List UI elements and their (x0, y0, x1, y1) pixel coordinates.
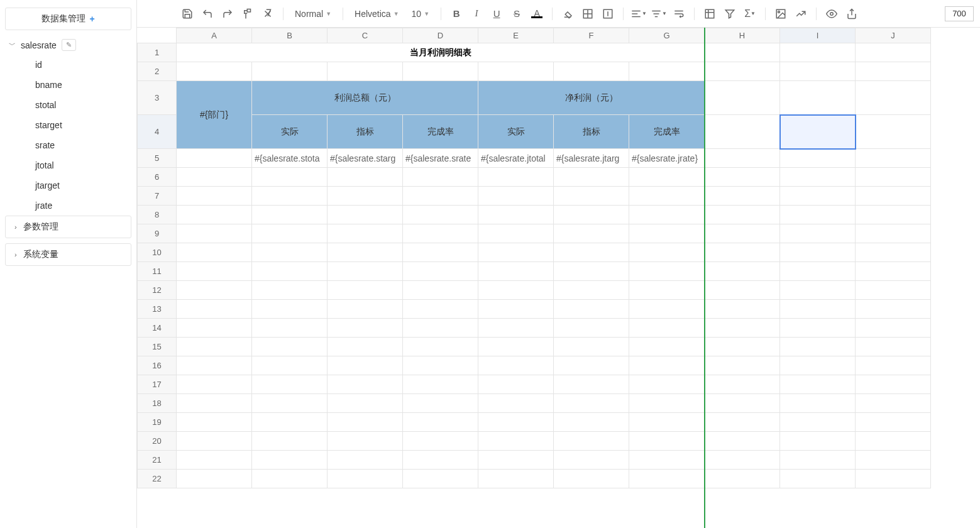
cell[interactable] (177, 375, 252, 394)
header-sub-cell[interactable]: 实际 (252, 115, 328, 149)
cell[interactable] (780, 356, 856, 375)
cell[interactable] (177, 168, 252, 187)
cell[interactable] (403, 432, 478, 451)
cell[interactable] (629, 224, 705, 243)
cell[interactable] (478, 168, 554, 187)
cell[interactable] (328, 356, 403, 375)
cell[interactable] (554, 375, 629, 394)
select-all-corner[interactable] (138, 28, 177, 43)
cell[interactable] (780, 300, 856, 319)
row-header[interactable]: 10 (138, 243, 177, 262)
cell[interactable] (629, 206, 705, 224)
cell[interactable] (705, 451, 780, 470)
cell[interactable] (705, 281, 780, 300)
cell[interactable] (856, 115, 931, 149)
cell[interactable] (328, 168, 403, 187)
cell[interactable] (629, 338, 705, 356)
cell[interactable] (252, 451, 328, 470)
cell[interactable] (554, 470, 629, 488)
cell[interactable] (780, 81, 856, 115)
text-wrap-icon[interactable] (670, 5, 688, 23)
cell[interactable] (554, 206, 629, 224)
bold-icon[interactable]: B (448, 5, 465, 23)
cell[interactable] (629, 62, 705, 81)
cell[interactable] (478, 62, 554, 81)
cell[interactable] (856, 394, 931, 413)
cell[interactable] (780, 62, 856, 81)
row-header[interactable]: 13 (138, 300, 177, 319)
cell[interactable] (328, 206, 403, 224)
cell[interactable] (629, 168, 705, 187)
cell[interactable] (252, 432, 328, 451)
merge-cells-icon[interactable] (599, 5, 617, 23)
cell[interactable] (328, 62, 403, 81)
cell[interactable] (403, 338, 478, 356)
cell[interactable] (705, 375, 780, 394)
cell[interactable] (177, 243, 252, 262)
cell[interactable] (705, 149, 780, 168)
cell[interactable] (780, 187, 856, 206)
cell[interactable] (705, 413, 780, 432)
cell[interactable] (780, 470, 856, 488)
cell[interactable] (705, 356, 780, 375)
cell[interactable]: #{salesrate.stota (252, 149, 328, 168)
cell[interactable] (328, 300, 403, 319)
cell[interactable] (328, 224, 403, 243)
cell[interactable] (629, 243, 705, 262)
cell[interactable] (403, 262, 478, 281)
cell[interactable] (780, 281, 856, 300)
fill-color-icon[interactable] (559, 5, 576, 23)
cell[interactable] (554, 224, 629, 243)
cell[interactable] (554, 187, 629, 206)
cell[interactable] (252, 262, 328, 281)
cell[interactable] (403, 319, 478, 338)
align-horizontal-icon[interactable]: ▼ (630, 5, 647, 23)
cell[interactable] (328, 281, 403, 300)
col-header[interactable]: F (554, 28, 629, 43)
cell[interactable] (554, 338, 629, 356)
underline-icon[interactable]: U (488, 5, 505, 23)
cell[interactable] (554, 319, 629, 338)
header-sub-cell[interactable]: 指标 (328, 115, 403, 149)
cell[interactable] (252, 206, 328, 224)
redo-icon[interactable] (219, 5, 236, 23)
row-header[interactable]: 20 (138, 432, 177, 451)
header-sub-cell[interactable]: 完成率 (403, 115, 478, 149)
cell[interactable] (780, 432, 856, 451)
cell[interactable] (478, 470, 554, 488)
cell[interactable] (403, 168, 478, 187)
cell[interactable] (780, 149, 856, 168)
align-vertical-icon[interactable]: ▼ (650, 5, 668, 23)
cell[interactable] (328, 243, 403, 262)
cell[interactable] (554, 168, 629, 187)
cell[interactable] (478, 300, 554, 319)
cell[interactable] (403, 451, 478, 470)
cell[interactable] (629, 451, 705, 470)
cell[interactable] (554, 451, 629, 470)
cell[interactable] (856, 168, 931, 187)
cell[interactable] (780, 168, 856, 187)
cell[interactable] (856, 187, 931, 206)
cell[interactable] (856, 432, 931, 451)
cell[interactable] (177, 470, 252, 488)
row-header[interactable]: 3 (138, 81, 177, 115)
cell[interactable] (856, 62, 931, 81)
borders-icon[interactable] (579, 5, 597, 23)
cell[interactable] (856, 319, 931, 338)
row-header[interactable]: 8 (138, 206, 177, 224)
cell[interactable] (177, 224, 252, 243)
cell[interactable] (177, 149, 252, 168)
cell[interactable] (856, 224, 931, 243)
header-sub-cell[interactable]: 实际 (478, 115, 554, 149)
cell[interactable] (328, 319, 403, 338)
cell[interactable]: #{salesrate.srate (403, 149, 478, 168)
cell[interactable]: #{salesrate.starg (328, 149, 403, 168)
cell[interactable] (780, 43, 856, 62)
cell[interactable] (177, 451, 252, 470)
cell[interactable] (177, 206, 252, 224)
row-header[interactable]: 15 (138, 338, 177, 356)
cell[interactable] (705, 187, 780, 206)
edit-dataset-icon[interactable]: ✎ (62, 39, 76, 51)
cell[interactable] (554, 243, 629, 262)
cell[interactable] (780, 413, 856, 432)
